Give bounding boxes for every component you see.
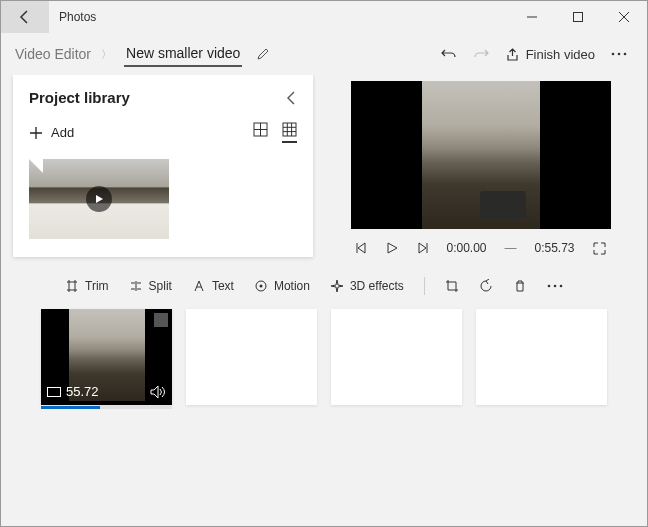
clip-duration-value: 55.72 xyxy=(66,384,99,399)
svg-point-24 xyxy=(553,285,556,288)
sparkle-icon xyxy=(330,279,344,293)
storyboard-empty-slot[interactable] xyxy=(186,309,317,405)
svg-point-3 xyxy=(618,53,621,56)
collapse-button[interactable] xyxy=(285,91,297,105)
undo-icon xyxy=(441,46,457,62)
chevron-right-icon: 〉 xyxy=(101,47,112,62)
maximize-button[interactable] xyxy=(555,1,601,33)
trim-label: Trim xyxy=(85,279,109,293)
back-button[interactable] xyxy=(1,1,49,33)
breadcrumb-toolbar: Video Editor 〉 New smaller video Finish … xyxy=(1,33,647,75)
titlebar: Photos xyxy=(1,1,647,33)
storyboard-empty-slot[interactable] xyxy=(331,309,462,405)
view-large-button[interactable] xyxy=(253,122,268,143)
rotate-button[interactable] xyxy=(471,273,501,299)
grid-large-icon xyxy=(253,122,268,137)
svg-rect-10 xyxy=(283,123,296,136)
text-icon xyxy=(192,279,206,293)
split-label: Split xyxy=(149,279,172,293)
storyboard: 55.72 xyxy=(1,299,647,419)
arrow-left-icon xyxy=(17,9,33,25)
clip-progress xyxy=(41,406,172,409)
library-clip-thumbnail[interactable] xyxy=(29,159,169,239)
redo-icon xyxy=(473,46,489,62)
add-media-button[interactable]: Add xyxy=(29,125,74,140)
step-back-icon xyxy=(356,242,368,254)
maximize-icon xyxy=(573,12,583,22)
clip-duration: 55.72 xyxy=(47,384,99,399)
svg-marker-16 xyxy=(358,243,365,253)
text-button[interactable]: Text xyxy=(184,273,242,299)
next-frame-button[interactable] xyxy=(416,242,428,254)
thumbnail-play-overlay xyxy=(86,186,112,212)
ellipsis-icon xyxy=(547,284,563,288)
svg-marker-18 xyxy=(388,243,397,253)
speaker-icon xyxy=(150,385,166,399)
thumbnail-fold xyxy=(29,159,43,173)
clip-volume-button[interactable] xyxy=(150,385,166,399)
storyboard-empty-slot[interactable] xyxy=(476,309,607,405)
split-button[interactable]: Split xyxy=(121,273,180,299)
video-preview[interactable] xyxy=(351,81,611,229)
minimize-icon xyxy=(527,12,537,22)
svg-rect-1 xyxy=(574,13,583,22)
pencil-icon xyxy=(256,47,270,61)
motion-label: Motion xyxy=(274,279,310,293)
more-button[interactable] xyxy=(603,46,635,62)
svg-point-23 xyxy=(547,285,550,288)
window-controls xyxy=(509,1,647,33)
play-icon xyxy=(386,242,398,254)
breadcrumb-current[interactable]: New smaller video xyxy=(124,41,242,67)
ellipsis-icon xyxy=(611,52,627,56)
trim-button[interactable]: Trim xyxy=(57,273,117,299)
close-button[interactable] xyxy=(601,1,647,33)
svg-rect-26 xyxy=(48,387,61,396)
project-library-panel: Project library Add xyxy=(13,75,313,257)
play-button[interactable] xyxy=(386,242,398,254)
plus-icon xyxy=(29,126,43,140)
3d-effects-button[interactable]: 3D effects xyxy=(322,273,412,299)
step-forward-icon xyxy=(416,242,428,254)
more-edit-button[interactable] xyxy=(539,278,571,294)
split-icon xyxy=(129,279,143,293)
total-duration: 0:55.73 xyxy=(535,241,575,255)
edit-name-button[interactable] xyxy=(256,47,270,61)
finish-video-button[interactable]: Finish video xyxy=(497,41,603,68)
svg-point-2 xyxy=(612,53,615,56)
motion-icon xyxy=(254,279,268,293)
toolbar-separator xyxy=(424,277,425,295)
edit-toolbar: Trim Split Text Motion 3D effects xyxy=(1,265,647,299)
minimize-button[interactable] xyxy=(509,1,555,33)
preview-column: 0:00.00 — 0:55.73 xyxy=(327,75,635,257)
clip-checkbox[interactable] xyxy=(154,313,168,327)
preview-frame xyxy=(422,81,540,229)
current-time: 0:00.00 xyxy=(446,241,486,255)
motion-button[interactable]: Motion xyxy=(246,273,318,299)
breadcrumb-root[interactable]: Video Editor xyxy=(13,42,93,66)
svg-marker-15 xyxy=(96,195,103,203)
rotate-icon xyxy=(479,279,493,293)
3d-effects-label: 3D effects xyxy=(350,279,404,293)
text-label: Text xyxy=(212,279,234,293)
undo-button[interactable] xyxy=(433,40,465,68)
view-small-button[interactable] xyxy=(282,122,297,143)
delete-button[interactable] xyxy=(505,273,535,299)
svg-point-4 xyxy=(624,53,627,56)
fullscreen-button[interactable] xyxy=(593,242,606,255)
svg-point-25 xyxy=(559,285,562,288)
storyboard-clip[interactable]: 55.72 xyxy=(41,309,172,405)
add-label: Add xyxy=(51,125,74,140)
grid-small-icon xyxy=(282,122,297,137)
chevron-left-icon xyxy=(285,91,297,105)
trim-icon xyxy=(65,279,79,293)
play-icon xyxy=(94,194,104,204)
export-icon xyxy=(505,47,520,62)
finish-video-label: Finish video xyxy=(526,47,595,62)
svg-point-22 xyxy=(259,285,262,288)
close-icon xyxy=(619,12,629,22)
playback-controls: 0:00.00 — 0:55.73 xyxy=(356,241,605,255)
resize-button[interactable] xyxy=(437,273,467,299)
svg-marker-19 xyxy=(419,243,426,253)
redo-button[interactable] xyxy=(465,40,497,68)
prev-frame-button[interactable] xyxy=(356,242,368,254)
